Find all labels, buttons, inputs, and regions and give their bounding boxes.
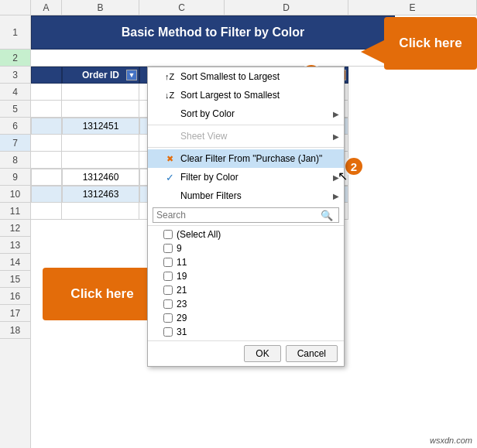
checkbox-23[interactable]: 23 <box>148 297 344 311</box>
col-header-e: E <box>348 0 477 15</box>
menu-item-sort-desc[interactable]: ↓Z Sort Largest to Smallest <box>148 86 344 104</box>
menu-item-number-filters-label: Number Filters <box>180 190 242 201</box>
cell-10-b: 1312460 <box>62 169 139 186</box>
menu-item-filter-color-label: Filter by Color <box>180 172 238 183</box>
menu-item-sort-color-label: Sort by Color <box>180 108 235 119</box>
row-header-8: 8 <box>0 152 30 169</box>
filter-btn-order-id[interactable]: ▼ <box>126 70 137 80</box>
separator-2 <box>148 147 344 148</box>
callout-left-text: Click here <box>70 286 133 302</box>
col-header-b: B <box>62 0 139 15</box>
search-input[interactable] <box>153 207 339 223</box>
row-header-12: 12 <box>0 220 30 237</box>
sort-desc-icon: ↓Z <box>163 89 176 101</box>
cell-7-a <box>31 118 62 135</box>
spreadsheet: A B C D E 1 2 3 4 5 6 7 8 9 10 11 12 13 … <box>0 0 477 448</box>
row-header-15: 15 <box>0 271 30 288</box>
col-header-d: D <box>225 0 348 15</box>
number-filters-arrow: ▶ <box>333 192 339 200</box>
checkbox-23-label: 23 <box>177 299 187 309</box>
cell-11-a <box>31 186 62 203</box>
row-header-4: 4 <box>0 84 30 101</box>
callout-left-container: Click here <box>43 268 162 320</box>
checkbox-23-input[interactable] <box>163 299 173 309</box>
callout-right-container: Click here <box>384 17 477 70</box>
checkbox-31-label: 31 <box>177 327 187 337</box>
menu-item-sort-asc[interactable]: ↑Z Sort Smallest to Largest <box>148 67 344 86</box>
row-header-3: 3 <box>0 67 30 84</box>
callout-right-text: Click here <box>399 36 462 51</box>
row-header-2: 2 <box>0 50 30 67</box>
checkbox-21-input[interactable] <box>163 286 173 295</box>
col-header-c: C <box>139 0 225 15</box>
row-header-9: 9 <box>0 169 30 186</box>
row-header-5: 5 <box>0 101 30 118</box>
cancel-button[interactable]: Cancel <box>286 345 338 362</box>
spreadsheet-title: Basic Method to Filter by Color <box>122 26 304 39</box>
menu-action-buttons: OK Cancel <box>148 340 344 366</box>
checkbox-9-input[interactable] <box>163 244 173 253</box>
checkbox-29-input[interactable] <box>163 313 173 323</box>
menu-item-sort-color[interactable]: Sort by Color ▶ <box>148 104 344 123</box>
checkbox-9[interactable]: 9 <box>148 241 344 255</box>
checkbox-21[interactable]: 21 <box>148 283 344 297</box>
checkbox-select-all-input[interactable] <box>163 230 173 239</box>
watermark: wsxdn.com <box>430 436 472 445</box>
row-header-17: 17 <box>0 305 30 322</box>
search-box: 🔍 <box>148 205 344 226</box>
menu-item-sheet-view-label: Sheet View <box>180 131 228 142</box>
menu-item-sort-desc-label: Sort Largest to Smallest <box>180 90 280 101</box>
row-header-1-2: 1 <box>0 15 30 50</box>
sort-asc-icon: ↑Z <box>163 70 176 83</box>
checkbox-select-all-label: (Select All) <box>177 229 221 240</box>
checkbox-19[interactable]: 19 <box>148 269 344 283</box>
checkbox-21-label: 21 <box>177 285 187 296</box>
row-header-14: 14 <box>0 254 30 271</box>
header-order-id: Order ID ▼ <box>62 67 139 84</box>
checkbox-11-label: 11 <box>177 257 187 268</box>
row-header-7: 7 <box>0 135 30 152</box>
checkbox-11-input[interactable] <box>163 258 173 267</box>
menu-item-clear-filter-label: Clear Filter From "Purchase (Jan)" <box>180 153 322 164</box>
sort-color-icon <box>163 108 176 120</box>
callout-left-box: Click here <box>43 268 162 320</box>
row-header-11: 11 <box>0 203 30 220</box>
header-cell-empty <box>31 67 62 84</box>
separator-1 <box>148 125 344 125</box>
menu-item-sheet-view[interactable]: Sheet View ▶ <box>148 127 344 145</box>
row-header-18: 18 <box>0 322 30 339</box>
sort-color-arrow: ▶ <box>333 110 339 118</box>
row-headers: 1 2 3 4 5 6 7 8 9 10 11 12 13 14 15 16 1… <box>0 15 31 448</box>
row-header-6: 6 <box>0 118 30 135</box>
checkbox-select-all[interactable]: (Select All) <box>148 227 344 241</box>
checkbox-31[interactable]: 31 <box>148 325 344 339</box>
checkbox-29[interactable]: 29 <box>148 311 344 325</box>
menu-item-filter-color[interactable]: ✓ Filter by Color ▶ <box>148 168 344 186</box>
menu-item-sort-asc-label: Sort Smallest to Largest <box>180 71 280 82</box>
cell-11-b: 1312463 <box>62 186 139 203</box>
menu-item-clear-filter[interactable]: ✖ Clear Filter From "Purchase (Jan)" <box>148 149 344 168</box>
row-header-13: 13 <box>0 237 30 254</box>
menu-item-number-filters[interactable]: Number Filters ▶ <box>148 186 344 205</box>
cell-10-a <box>31 169 62 186</box>
col-header-row <box>0 0 31 15</box>
title-cell: Basic Method to Filter by Color <box>31 15 395 50</box>
empty-row-3 <box>31 50 395 67</box>
cell-7-b: 1312451 <box>62 118 139 135</box>
checkbox-19-input[interactable] <box>163 272 173 281</box>
checkbox-31-input[interactable] <box>163 327 173 337</box>
search-icon: 🔍 <box>321 210 333 221</box>
sheet-view-icon <box>163 130 176 142</box>
col-header-a: A <box>31 0 62 15</box>
checkbox-9-label: 9 <box>177 243 182 254</box>
clear-filter-icon: ✖ <box>163 152 176 165</box>
filter-color-arrow: ▶ <box>333 173 339 182</box>
ok-button[interactable]: OK <box>244 345 280 362</box>
checkbox-list: (Select All) 9 11 19 21 23 <box>148 226 344 340</box>
checkbox-19-label: 19 <box>177 271 187 282</box>
callout-right-box: Click here <box>384 17 477 70</box>
number-filters-icon <box>163 190 176 202</box>
checkbox-11[interactable]: 11 <box>148 255 344 269</box>
filter-color-check-icon: ✓ <box>163 171 176 183</box>
row-header-16: 16 <box>0 288 30 305</box>
